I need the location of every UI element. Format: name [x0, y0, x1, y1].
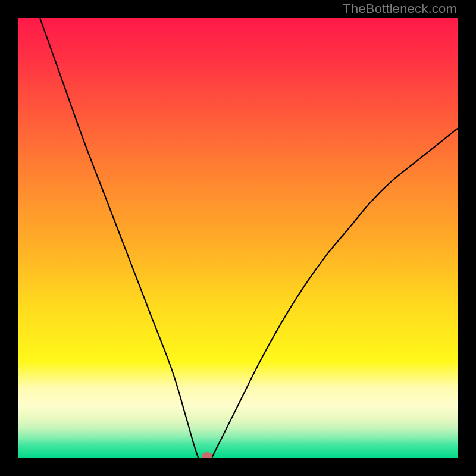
curve-right	[212, 128, 458, 458]
plot-svg	[18, 18, 458, 458]
curve-left	[40, 18, 198, 458]
plot-area	[18, 18, 458, 458]
current-point-marker	[202, 452, 212, 458]
chart-frame: TheBottleneck.com	[0, 0, 476, 476]
watermark-text: TheBottleneck.com	[343, 1, 457, 17]
